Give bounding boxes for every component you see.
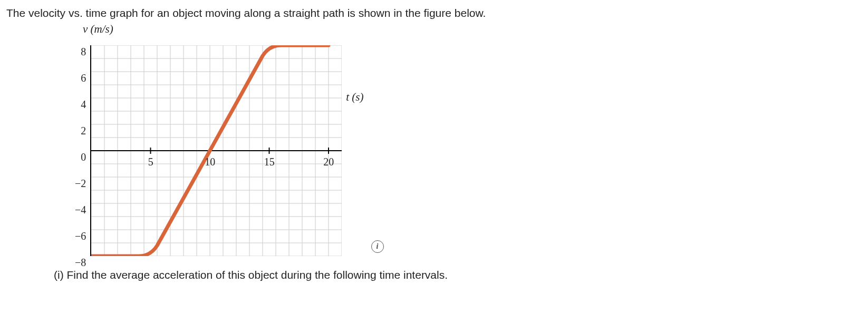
y-tick: −8 <box>75 256 86 269</box>
sub-question: (i) Find the average acceleration of thi… <box>54 269 862 281</box>
y-axis-tick-labels: 8 6 4 2 0 −2 −4 −6 −8 <box>75 45 90 256</box>
y-tick: −2 <box>75 177 86 190</box>
y-tick: 6 <box>81 72 86 85</box>
problem-statement: The velocity vs. time graph for an objec… <box>6 5 862 21</box>
y-tick: 4 <box>81 98 86 111</box>
x-tick: 10 <box>205 156 215 168</box>
y-tick: 8 <box>81 45 86 58</box>
plot-area: 5 10 15 20 <box>90 45 342 256</box>
y-axis-title: v (m/s) <box>83 23 862 36</box>
x-tick: 5 <box>148 156 153 168</box>
figure: v (m/s) 8 6 4 2 0 −2 −4 −6 −8 <box>75 23 862 256</box>
x-tick: 20 <box>323 156 334 168</box>
y-tick: −6 <box>75 230 86 243</box>
chart-svg <box>91 45 342 256</box>
y-tick: −4 <box>75 203 86 217</box>
y-tick: 0 <box>81 151 86 164</box>
x-axis-title: t (s) <box>346 91 363 104</box>
y-tick: 2 <box>81 124 86 138</box>
info-icon[interactable]: i <box>371 240 384 253</box>
x-tick: 15 <box>264 156 275 168</box>
